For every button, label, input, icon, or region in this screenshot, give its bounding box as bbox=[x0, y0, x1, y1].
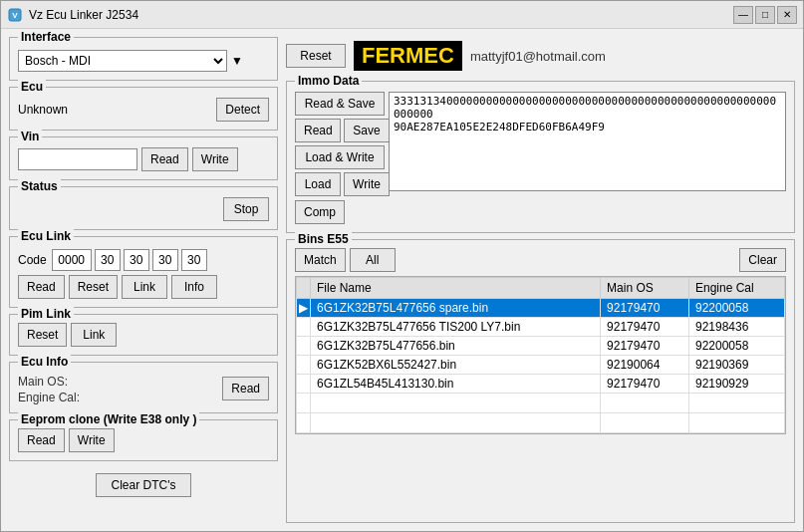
immo-write-button[interactable]: Write bbox=[344, 172, 390, 196]
eeprom-write-button[interactable]: Write bbox=[69, 428, 115, 452]
pim-link-group: Pim Link Reset Link bbox=[9, 314, 278, 356]
interface-label: Interface bbox=[18, 30, 74, 44]
ecu-info-label: Ecu Info bbox=[18, 355, 71, 369]
col-file-name: File Name bbox=[311, 278, 601, 299]
table-row-empty bbox=[297, 394, 785, 413]
brand-logo: FERMEC bbox=[354, 41, 462, 71]
eeprom-group: Eeprom clone (Write E38 only ) Read Writ… bbox=[9, 419, 278, 461]
ecu-link-group: Ecu Link Code Read Reset Link Info bbox=[9, 236, 278, 308]
ecu-link-link-button[interactable]: Link bbox=[122, 275, 167, 299]
row-arrow-icon: ▶ bbox=[297, 299, 311, 318]
immo-data-textarea[interactable]: 3331313400000000000000000000000000000000… bbox=[389, 92, 786, 191]
email-display: mattyjf01@hotmail.com bbox=[470, 49, 606, 64]
detect-button[interactable]: Detect bbox=[216, 98, 269, 122]
bins-group: Bins E55 Match All Clear File Name Main … bbox=[286, 239, 795, 523]
code-part4[interactable] bbox=[181, 249, 207, 271]
interface-combo[interactable]: Bosch - MDI bbox=[18, 50, 227, 72]
status-group: Status Stop bbox=[9, 186, 278, 230]
clear-dtc-button[interactable]: Clear DTC's bbox=[96, 473, 191, 497]
table-row[interactable]: 6G1ZK32B75L477656 TIS200 LY7.bin 9217947… bbox=[297, 318, 785, 337]
combo-arrow-icon: ▼ bbox=[231, 54, 243, 68]
table-row[interactable]: 6G1ZL54B45L413130.bin 92179470 92190929 bbox=[297, 375, 785, 394]
clear-button[interactable]: Clear bbox=[739, 248, 786, 272]
table-row[interactable]: 6G1ZK32B75L477656.bin 92179470 92200058 bbox=[297, 337, 785, 356]
bins-toolbar: Match All Clear bbox=[295, 248, 786, 272]
code-input[interactable] bbox=[52, 249, 92, 271]
immo-group: Immo Data Read & Save Read Save Load & W… bbox=[286, 81, 795, 233]
immo-read-button[interactable]: Read bbox=[295, 119, 341, 142]
ecu-group: Ecu Unknown Detect bbox=[9, 87, 278, 131]
vin-read-button[interactable]: Read bbox=[141, 147, 188, 171]
app-icon: V bbox=[7, 7, 23, 23]
pim-link-label: Pim Link bbox=[18, 307, 74, 321]
vin-write-button[interactable]: Write bbox=[192, 147, 238, 171]
cell-file-name: 6G1ZL54B45L413130.bin bbox=[311, 375, 601, 394]
right-panel: Reset FERMEC mattyjf01@hotmail.com Immo … bbox=[286, 37, 795, 523]
minimize-button[interactable]: — bbox=[733, 6, 753, 24]
reset-button[interactable]: Reset bbox=[286, 44, 346, 68]
load-write-button[interactable]: Load & Write bbox=[295, 145, 385, 169]
top-bar: Reset FERMEC mattyjf01@hotmail.com bbox=[286, 37, 795, 75]
code-part1[interactable] bbox=[95, 249, 121, 271]
window-title: Vz Ecu Linker J2534 bbox=[29, 8, 733, 22]
code-part3[interactable] bbox=[152, 249, 178, 271]
row-arrow-icon bbox=[297, 356, 311, 375]
main-content: Interface Bosch - MDI ▼ Ecu Unknown Dete… bbox=[1, 29, 803, 531]
close-button[interactable]: ✕ bbox=[777, 6, 797, 24]
immo-save-button[interactable]: Save bbox=[344, 119, 390, 142]
status-label: Status bbox=[18, 179, 61, 193]
eeprom-label: Eeprom clone (Write E38 only ) bbox=[18, 412, 199, 426]
eeprom-read-button[interactable]: Read bbox=[18, 428, 65, 452]
row-arrow-icon bbox=[297, 375, 311, 394]
cell-main-os: 92179470 bbox=[601, 375, 689, 394]
vin-input[interactable] bbox=[18, 148, 137, 170]
code-part2[interactable] bbox=[124, 249, 149, 271]
ecu-link-reset-button[interactable]: Reset bbox=[69, 275, 118, 299]
comp-button[interactable]: Comp bbox=[295, 200, 345, 224]
cell-engine-cal: 92200058 bbox=[688, 337, 784, 356]
table-row-empty bbox=[297, 413, 785, 433]
bins-table-wrapper[interactable]: File Name Main OS Engine Cal ▶ 6G1ZK32B7… bbox=[295, 276, 786, 434]
read-save-button[interactable]: Read & Save bbox=[295, 92, 385, 116]
ecu-link-label: Ecu Link bbox=[18, 229, 74, 243]
engine-cal-label: Engine Cal: bbox=[18, 391, 80, 404]
code-label: Code bbox=[18, 253, 47, 267]
main-os-label: Main OS: bbox=[18, 375, 68, 389]
immo-data-label: Immo Data bbox=[295, 74, 362, 88]
cell-file-name: 6G1ZK32B75L477656 TIS200 LY7.bin bbox=[311, 318, 601, 337]
ecu-info-read-button[interactable]: Read bbox=[222, 377, 269, 400]
pim-link-button[interactable]: Link bbox=[71, 323, 117, 347]
interface-group: Interface Bosch - MDI ▼ bbox=[9, 37, 278, 81]
vin-label: Vin bbox=[18, 130, 42, 143]
vin-group: Vin Read Write bbox=[9, 136, 278, 180]
stop-button[interactable]: Stop bbox=[223, 197, 269, 221]
cell-file-name: 6G1ZK32B75L477656 spare.bin bbox=[311, 299, 601, 318]
bins-label: Bins E55 bbox=[295, 232, 352, 246]
ecu-link-read-button[interactable]: Read bbox=[18, 275, 65, 299]
cell-file-name: 6G1ZK32B75L477656.bin bbox=[311, 337, 601, 356]
col-engine-cal: Engine Cal bbox=[688, 278, 784, 299]
table-row[interactable]: 6G1ZK52BX6L552427.bin 92190064 92190369 bbox=[297, 356, 785, 375]
row-arrow-icon bbox=[297, 318, 311, 337]
title-bar: V Vz Ecu Linker J2534 — □ ✕ bbox=[1, 1, 803, 29]
left-panel: Interface Bosch - MDI ▼ Ecu Unknown Dete… bbox=[9, 37, 278, 523]
maximize-button[interactable]: □ bbox=[755, 6, 775, 24]
ecu-info-group: Ecu Info Main OS: Engine Cal: Read bbox=[9, 362, 278, 413]
main-window: V Vz Ecu Linker J2534 — □ ✕ Interface Bo… bbox=[0, 0, 804, 532]
cell-engine-cal: 92200058 bbox=[688, 299, 784, 318]
col-arrow bbox=[297, 278, 311, 299]
cell-engine-cal: 92190369 bbox=[688, 356, 784, 375]
cell-main-os: 92179470 bbox=[601, 318, 689, 337]
ecu-link-info-button[interactable]: Info bbox=[171, 275, 217, 299]
cell-main-os: 92190064 bbox=[601, 356, 689, 375]
ecu-status: Unknown bbox=[18, 103, 210, 117]
all-button[interactable]: All bbox=[350, 248, 396, 272]
immo-load-button[interactable]: Load bbox=[295, 172, 341, 196]
cell-main-os: 92179470 bbox=[601, 337, 689, 356]
bins-table: File Name Main OS Engine Cal ▶ 6G1ZK32B7… bbox=[296, 277, 785, 433]
cell-file-name: 6G1ZK52BX6L552427.bin bbox=[311, 356, 601, 375]
table-row[interactable]: ▶ 6G1ZK32B75L477656 spare.bin 92179470 9… bbox=[297, 299, 785, 318]
cell-main-os: 92179470 bbox=[601, 299, 689, 318]
match-button[interactable]: Match bbox=[295, 248, 346, 272]
pim-reset-button[interactable]: Reset bbox=[18, 323, 67, 347]
